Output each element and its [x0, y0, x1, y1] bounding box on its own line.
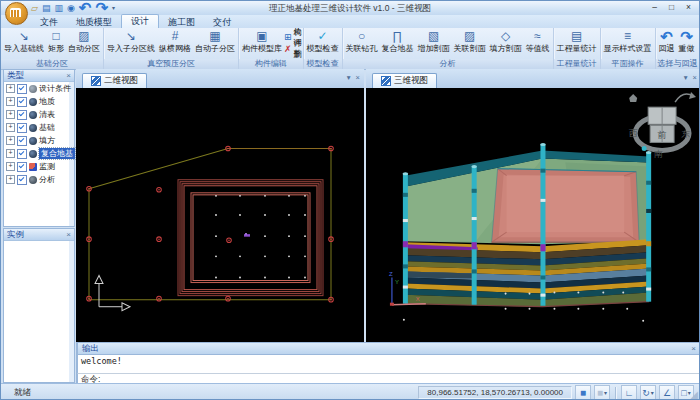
output-panel-close-icon[interactable]: ×: [691, 344, 696, 353]
ribbon: ↘ 导入基础线 □ 矩形 ▨ 自动分区 基础分区 ↘ 导入子分区线: [1, 28, 699, 70]
home-icon[interactable]: [629, 94, 637, 102]
tree-item-composite-foundation[interactable]: +复合地基: [4, 147, 74, 160]
hatch-rect-icon: ▨: [78, 29, 89, 44]
maximize-button[interactable]: □: [663, 1, 680, 15]
polar-tracking-icon[interactable]: ↻: [640, 385, 656, 400]
undo-button[interactable]: ↶ 回退: [657, 29, 677, 53]
tree-item-analysis[interactable]: +分析: [4, 173, 74, 186]
tab-close-icon[interactable]: ×: [356, 73, 360, 82]
instance-panel-close-icon[interactable]: ×: [66, 230, 71, 239]
expand-icon[interactable]: +: [6, 110, 15, 119]
component-library-icon: ▣: [256, 29, 267, 44]
checkbox[interactable]: [17, 110, 27, 120]
minimize-button[interactable]: –: [646, 1, 663, 15]
ucs-axis-2d: [95, 275, 130, 310]
output-panel: 输出 × welcome! 命令:: [76, 342, 700, 383]
coordinate-readout: 80,966.51752, 18,570.26713, 0.00000: [418, 386, 572, 399]
display-style-settings-button[interactable]: ≡ 显示样式设置: [602, 29, 654, 53]
fill-section-button[interactable]: ◇ 填方剖面: [488, 29, 524, 53]
group-name-component-edit: 构件编辑: [239, 59, 303, 69]
add-section-button[interactable]: ▧ 增加剖面: [416, 29, 452, 53]
tree-item-geology[interactable]: +地质: [4, 95, 74, 108]
selected-pile-marker: [244, 233, 250, 237]
redo-button[interactable]: ↷ 重做: [677, 29, 697, 53]
model-check-button[interactable]: ✓ 模型检查: [305, 29, 341, 53]
tab-menu-icon[interactable]: ▾: [684, 73, 688, 82]
tree-item-clearing[interactable]: +清表: [4, 108, 74, 121]
view-cube[interactable]: 前 西 东 南: [629, 92, 696, 159]
ortho-mode-icon[interactable]: ∟: [621, 385, 637, 400]
component-library-button[interactable]: ▣ 构件模型库: [240, 29, 284, 53]
quantity-statistics-button[interactable]: ▤ 工程量统计: [555, 29, 599, 53]
instance-list[interactable]: [4, 241, 74, 382]
contour-button[interactable]: ≈ 等值线: [524, 29, 552, 53]
tab-geology-model[interactable]: 地质模型: [67, 16, 121, 28]
tree-item-fill[interactable]: +填方: [4, 134, 74, 147]
about-icon[interactable]: ◉: [67, 3, 75, 13]
app-logo-icon[interactable]: [5, 2, 28, 25]
tab-construction-drawing[interactable]: 施工图: [159, 16, 204, 28]
redo-icon: ↷: [680, 29, 693, 44]
expand-icon[interactable]: +: [6, 175, 15, 184]
tree-item-foundation[interactable]: +基础: [4, 121, 74, 134]
type-panel-title: 类型: [7, 70, 24, 82]
component-delete-button[interactable]: ✗ 构件删除: [284, 43, 302, 55]
pile-grid-dots: [215, 195, 306, 278]
wire-style-icon[interactable]: ■: [594, 385, 610, 400]
open-icon[interactable]: ▱: [31, 3, 38, 13]
tab-3d-view[interactable]: 三维视图: [372, 73, 437, 88]
auto-partition-button[interactable]: ▨ 自动分区: [66, 29, 102, 53]
checkbox[interactable]: [17, 97, 27, 107]
tab-design[interactable]: 设计: [121, 14, 159, 28]
type-panel-close-icon[interactable]: ×: [66, 71, 71, 80]
expand-icon[interactable]: +: [6, 84, 15, 93]
canvas-2d[interactable]: [76, 88, 364, 342]
views-icon[interactable]: ▤: [42, 3, 51, 13]
link-borehole-button[interactable]: ○ 关联钻孔: [344, 29, 380, 53]
auto-subzone-button[interactable]: ▦ 自动子分区: [193, 29, 237, 53]
compass-south-label: 南: [654, 148, 663, 158]
fill-style-icon[interactable]: ■: [575, 385, 591, 400]
expand-icon[interactable]: +: [6, 123, 15, 132]
cross-grid-button[interactable]: # 纵横网格: [157, 29, 193, 53]
qat-dropdown-icon[interactable]: ▾: [112, 3, 115, 13]
expand-icon[interactable]: +: [6, 149, 15, 158]
tab-close-icon[interactable]: ×: [693, 73, 697, 82]
ribbon-group-plane-ops: ≡ 显示样式设置 平面操作: [601, 28, 656, 69]
pile-adjust-icon: ⊞: [284, 32, 292, 42]
save-icon[interactable]: ▥: [54, 3, 63, 13]
tab-delivery[interactable]: 交付: [204, 16, 240, 28]
checkbox[interactable]: [17, 149, 27, 159]
site-boundary: [89, 148, 331, 299]
canvas-3d[interactable]: 前 西 东 南 Z Y: [366, 88, 700, 342]
tab-2d-view[interactable]: 二维视图: [82, 73, 147, 88]
expand-icon[interactable]: +: [6, 97, 15, 106]
composite-icon: ∏: [393, 29, 403, 44]
tab-file[interactable]: 文件: [31, 16, 67, 28]
sidebar: 类型 × +设计条件 +地质 +清表 +基础 +填方: [1, 69, 76, 383]
checkbox[interactable]: [17, 136, 27, 146]
tab-menu-icon[interactable]: ▾: [347, 73, 351, 82]
import-foundation-line-button[interactable]: ↘ 导入基础线: [2, 29, 46, 53]
tree-item-design-conditions[interactable]: +设计条件: [4, 82, 74, 95]
undo-icon[interactable]: ↶: [79, 3, 92, 13]
expand-icon[interactable]: +: [6, 162, 15, 171]
angle-snap-icon[interactable]: ∠: [659, 385, 675, 400]
tree-item-monitoring[interactable]: +监测: [4, 160, 74, 173]
checkbox[interactable]: [17, 162, 27, 172]
redo-icon[interactable]: ↷: [95, 3, 108, 13]
import-subzone-line-button[interactable]: ↘ 导入子分区线: [105, 29, 157, 53]
layer-icon: [29, 85, 37, 93]
resize-grip[interactable]: ◢: [690, 390, 698, 400]
link-section-button[interactable]: ▨ 关联剖面: [452, 29, 488, 53]
checkbox[interactable]: [17, 84, 27, 94]
stats-doc-icon: ▤: [571, 29, 582, 44]
composite-foundation-button[interactable]: ∏ 复合地基: [380, 29, 416, 53]
rectangle-button[interactable]: □ 矩形: [46, 29, 66, 53]
checkbox[interactable]: [17, 123, 27, 133]
close-button[interactable]: ×: [680, 1, 697, 15]
instance-panel: 实例 ×: [3, 228, 75, 383]
expand-icon[interactable]: +: [6, 136, 15, 145]
geology-model: [405, 150, 649, 306]
checkbox[interactable]: [17, 175, 27, 185]
